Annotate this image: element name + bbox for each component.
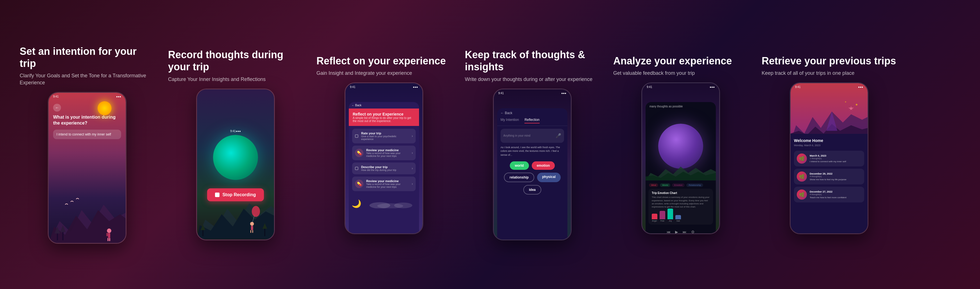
reflect-item-title-3: Review your medicine: [366, 179, 409, 183]
checkbox-2[interactable]: [355, 167, 358, 170]
reflect-item-title-1: Review your medicine: [366, 148, 409, 152]
svg-rect-13: [203, 229, 204, 236]
bar-sad-fill: [675, 215, 681, 219]
phone5-inner-screen: many thoughts as possible Mind World E: [646, 102, 716, 234]
moon-area: 🌙: [349, 196, 419, 211]
back-arrow-3[interactable]: ← Back: [352, 104, 361, 107]
status-time-6: 9:41: [795, 85, 800, 89]
trip-avatar-2: 🌿: [797, 190, 807, 200]
mic-icon[interactable]: 🎤: [555, 133, 561, 138]
phone-mockup-6: 9:41 ●●● Welcome Home Monday: [790, 82, 869, 234]
analyze-landscape-svg: [646, 159, 716, 182]
svg-rect-4: [62, 230, 64, 240]
tab-reflection[interactable]: Reflection: [524, 118, 539, 123]
trip-item-0[interactable]: 🌿 March 6, 2023 1 thought(s) I intend to…: [794, 151, 864, 166]
feature-subtitle-4: Write down your thoughts during or after…: [465, 76, 600, 83]
reflect-item-3: 💊 Review your medicine Take a record of …: [352, 177, 416, 191]
trip-item-1[interactable]: 🌿 December 29, 2022 4 thought(s) Show me…: [794, 169, 864, 184]
chart-tag-mind: Mind: [649, 183, 658, 187]
bar-fear-label: Fear: [660, 220, 664, 222]
bar-anger-label: Anger: [652, 220, 657, 222]
chevron-right-3: ›: [412, 182, 413, 186]
trip-item-2[interactable]: 🌿 December 27, 2022 4 thought(s) Teach m…: [794, 187, 864, 203]
back-button-1[interactable]: ←: [53, 104, 61, 112]
status-time-3: 9:41: [350, 85, 355, 89]
feature-text-set-intention: Set an intention for your trip Clarify Y…: [17, 45, 158, 86]
chart-tag-relationship: Relationship: [686, 183, 703, 187]
chart-title: Trip Emotion Chart: [652, 192, 710, 195]
reflect-item-text-1: Review your medicine Take a record of ho…: [366, 148, 409, 157]
tab-my-intention[interactable]: My Intention: [501, 118, 519, 123]
mountains-svg-2: [197, 183, 274, 240]
chart-bars: Anger Fear Joy: [652, 211, 710, 222]
checkbox-0[interactable]: [355, 134, 358, 138]
phone-mockup-4: 9:41 ●●● ← Back My Intention Reflection …: [493, 89, 572, 240]
welcome-home-date: Monday, March 6, 2023: [794, 144, 864, 147]
svg-rect-19: [250, 230, 251, 233]
tag-idea[interactable]: idea: [523, 185, 541, 195]
svg-rect-10: [106, 233, 108, 236]
phone4-tabs: My Intention Reflection: [497, 118, 568, 126]
status-time-5: 9:41: [647, 85, 652, 89]
reflect-item-title-0: Rate your trip: [361, 132, 409, 135]
status-time-1: 9:41: [53, 95, 59, 98]
feature-title-3: Reflect on your experience: [317, 55, 451, 67]
reflect-item-0: Rate your trip Give a start to your psyc…: [352, 129, 416, 144]
trip-avatar-1: 🌿: [797, 171, 807, 182]
svg-point-6: [107, 228, 111, 233]
status-icons-2: ●●●: [236, 129, 241, 133]
reflect-item-text-0: Rate your trip Give a start to your psyc…: [361, 132, 409, 141]
chevron-right-1: ›: [412, 151, 413, 155]
feature-card-reflect: Reflect on your experience Gain Insight …: [313, 55, 454, 234]
phone4-textarea[interactable]: Anything in your mind 🎤: [501, 129, 564, 143]
intention-input[interactable]: I intend to connect with my inner self: [53, 129, 121, 139]
bar-fear: Fear: [660, 211, 665, 222]
tag-physical[interactable]: physical: [537, 172, 561, 182]
svg-rect-18: [251, 226, 253, 230]
feature-subtitle-2: Capture Your Inner Insights and Reflecti…: [168, 76, 303, 83]
feature-title-4: Keep track of thoughts & insights: [465, 49, 600, 73]
welcome-home-title: Welcome Home: [794, 138, 864, 143]
status-bar-6: 9:41 ●●●: [791, 83, 868, 91]
bar-sad: Sad: [675, 215, 681, 222]
item-icon-3: 💊: [355, 180, 363, 188]
svg-point-22: [252, 206, 260, 217]
tag-emotion[interactable]: emotion: [532, 161, 555, 170]
reflect-item-sub-3: Take a record of how was your medicine f…: [366, 183, 409, 188]
intention-question: What is your intention during the experi…: [53, 114, 121, 126]
reflect-item-sub-2: How did the trip during your trip: [361, 169, 409, 171]
reflect-header: Reflect on your Experience A simple list…: [349, 109, 419, 126]
settings-icon[interactable]: ⚙: [691, 230, 695, 234]
reflect-item-sub-0: Give a start to your psychedelic experie…: [361, 135, 409, 141]
phone4-inner-screen: ← Back My Intention Reflection Anything …: [497, 108, 568, 240]
bar-anger: Anger: [652, 214, 657, 222]
play-icon[interactable]: ▶: [675, 230, 678, 234]
status-bar-3: 9:41 ●●●: [345, 83, 422, 91]
phone-mockup-2: 9:41 ●●●: [196, 89, 275, 240]
status-icons-4: ●●●: [561, 92, 566, 95]
tag-world[interactable]: world: [510, 161, 529, 170]
trip-text-1: Show me how to feel my life purpose: [810, 178, 861, 181]
trip-date-0: March 6, 2023: [810, 154, 861, 157]
main-container: Set an intention for your trip Clarify Y…: [0, 34, 980, 255]
phone1-background: 9:41 ●●● ← What is your intention during…: [49, 93, 126, 243]
clouds-svg: [364, 200, 416, 208]
item-icon-1: 💊: [355, 149, 363, 157]
reflect-item-2: Describe your trip How did the trip duri…: [352, 163, 416, 174]
skip-back-icon[interactable]: ⏮: [667, 230, 671, 234]
svg-point-25: [394, 203, 412, 208]
phone3-background: 9:41 ●●● ← Back Reflect on your Experien…: [345, 83, 422, 233]
trip-date-1: December 29, 2022: [810, 172, 861, 175]
reflect-screen-sub: A simple list of things to do after your…: [353, 117, 415, 123]
feature-title-2: Record thoughts during your trip: [168, 49, 303, 73]
tag-relationship[interactable]: relationship: [504, 172, 534, 182]
moon-icon: 🌙: [352, 199, 361, 208]
trip-count-0: 1 thought(s): [810, 157, 861, 160]
skip-forward-icon[interactable]: ⏭: [682, 230, 687, 234]
reflect-item-text-2: Describe your trip How did the trip duri…: [361, 165, 409, 171]
feature-text-track: Keep track of thoughts & insights Write …: [462, 49, 603, 83]
back-arrow-4[interactable]: ← Back: [501, 111, 512, 115]
chart-tags-row: Mind World Emotion Relationship: [646, 182, 716, 188]
trip-text-2: Teach me how to feel more confident: [810, 196, 861, 199]
feature-text-retrieve: Retrieve your previous trips Keep track …: [759, 55, 899, 77]
